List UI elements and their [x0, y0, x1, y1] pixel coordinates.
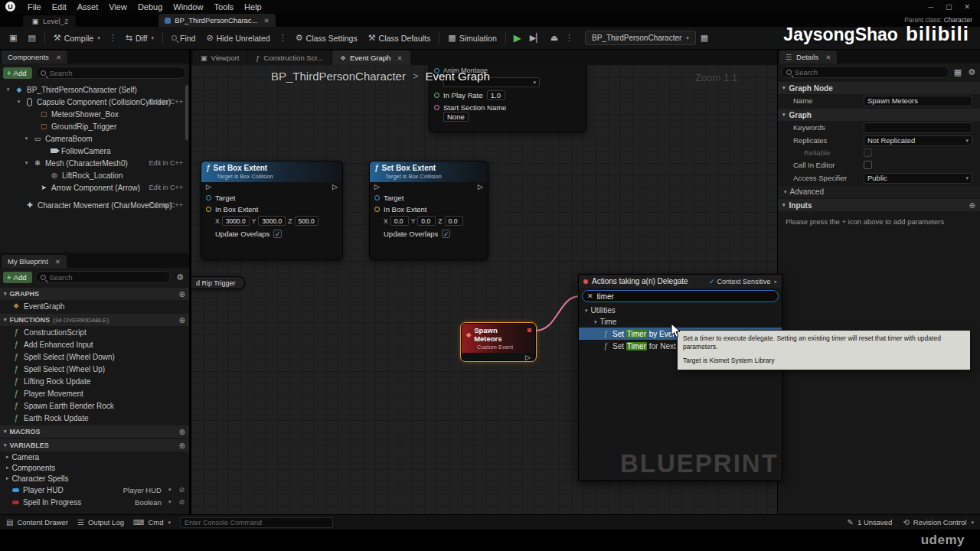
replicates-dropdown[interactable]: Not Replicated ▾ [864, 135, 972, 146]
graph-section-header[interactable]: ▾ Graph [778, 109, 980, 121]
tab-level[interactable]: ▣ Level_2 [23, 15, 76, 27]
component-row-meteorshower-box[interactable]: ▢ MeteorShower_Box [0, 108, 189, 120]
simulation-button[interactable]: ▦ Simulation [443, 31, 501, 45]
menu-file[interactable]: File [22, 0, 47, 13]
node-set-box-extent-1[interactable]: ƒ Set Box Extent Target is Box Collision… [201, 161, 343, 260]
node-set-box-extent-2[interactable]: ƒ Set Box Extent Target is Box Collision… [369, 161, 488, 260]
graphs-section-header[interactable]: ▾ GRAPHS ⊕ [0, 288, 189, 300]
menu-window[interactable]: Window [168, 0, 208, 13]
tab-blueprint-asset[interactable]: BP_ThirdPersonCharac... ✕ [158, 14, 275, 27]
details-search-input[interactable] [795, 68, 944, 77]
exec-out-pin[interactable]: ▷ [478, 184, 483, 191]
context-menu-search-input[interactable] [597, 292, 773, 301]
node-ground-rip-trigger-clipped[interactable]: d Rip Trigger [191, 276, 245, 289]
unreal-logo-icon[interactable]: U [5, 2, 15, 11]
variable-row-player-hud[interactable]: Player HUD Player HUD ▾ ⊘ [0, 484, 189, 496]
browse-icon[interactable]: ▤ [23, 31, 40, 45]
variable-row-spell-in-progress[interactable]: Spell In Progress Boolean ▾ ⊘ [0, 496, 189, 508]
frame-skip-button[interactable]: ▶▏ [527, 33, 546, 43]
exec-in-pin[interactable]: ▷ [206, 184, 211, 191]
z-field[interactable]: 0.0 [445, 216, 463, 226]
breadcrumb-current[interactable]: Event Graph [426, 70, 490, 83]
variable-category-components[interactable]: ▸ Components [0, 462, 189, 473]
tab-event-graph[interactable]: ❖ Event Graph ✕ [332, 51, 410, 65]
exec-in-pin[interactable]: ▷ [374, 184, 380, 191]
add-function-icon[interactable]: ⊕ [179, 316, 185, 324]
graph-row-eventgraph[interactable]: ❖ EventGraph [0, 300, 189, 312]
close-icon[interactable]: ✕ [959, 3, 975, 11]
function-row[interactable]: ƒPlayer Movement [0, 387, 189, 399]
update-overlaps-checkbox[interactable]: ✓ [273, 230, 282, 238]
class-defaults-button[interactable]: ⚒ Class Defaults [364, 31, 436, 45]
delegate-pin[interactable] [527, 328, 532, 333]
z-field[interactable]: 500.0 [295, 216, 318, 226]
scrollbar[interactable] [185, 85, 188, 140]
menu-debug[interactable]: Debug [132, 0, 168, 13]
component-row-groundrip-trigger[interactable]: ▢ GroundRip_Trigger [0, 120, 189, 132]
add-macro-icon[interactable]: ⊕ [179, 428, 185, 436]
function-row[interactable]: ƒSpell Select (Wheel Down) [0, 350, 189, 363]
keywords-input[interactable] [864, 122, 972, 133]
y-field[interactable]: 0.0 [417, 216, 436, 226]
play-rate-field[interactable]: 1.0 [487, 90, 505, 100]
class-settings-button[interactable]: ⚙ Class Settings [291, 31, 362, 45]
functions-section-header[interactable]: ▾ FUNCTIONS (34 OVERRIDABLE) ⊕ [0, 314, 189, 326]
component-row-followcamera[interactable]: FollowCamera [0, 145, 189, 157]
node-spawn-meteors[interactable]: ◆ Spawn Meteors Custom Event ▷ [461, 323, 536, 361]
save-icon[interactable]: ▣ [5, 31, 21, 45]
expander-icon[interactable]: ▾ [23, 160, 30, 166]
edit-in-cpp-link[interactable]: Edit in C++ [149, 184, 183, 191]
vector-pin[interactable] [206, 207, 211, 212]
menu-help[interactable]: Help [239, 0, 267, 13]
close-icon[interactable]: ✕ [397, 54, 402, 62]
hide-unrelated-button[interactable]: ⊘ Hide Unrelated [201, 31, 274, 45]
inputs-section-header[interactable]: ▾ Inputs ⊕ [778, 199, 980, 211]
browse-to-icon[interactable]: ▦ [697, 33, 711, 43]
details-search[interactable] [781, 66, 949, 78]
group-utilities[interactable]: ▾ Utilities [579, 305, 782, 316]
add-variable-icon[interactable]: ⊕ [179, 442, 185, 450]
menu-edit[interactable]: Edit [47, 0, 72, 13]
close-icon[interactable]: ✕ [825, 54, 831, 61]
edit-in-cpp-link[interactable]: Edit in C++ [149, 98, 183, 106]
exec-out-pin[interactable]: ▷ [332, 184, 338, 191]
debug-object-dropdown[interactable]: BP_ThirdPersonCharacter ▾ [585, 31, 696, 45]
target-pin[interactable] [206, 195, 211, 201]
console-command-input[interactable] [180, 517, 333, 528]
revision-control-button[interactable]: ⟲ Revision Control ▾ [903, 518, 974, 527]
start-section-pin[interactable] [434, 105, 439, 110]
add-input-icon[interactable]: ⊕ [969, 201, 975, 210]
play-button[interactable]: ▶ [510, 32, 525, 44]
add-graph-icon[interactable]: ⊕ [179, 290, 185, 298]
start-section-field[interactable]: None [443, 112, 469, 122]
function-row[interactable]: ƒConstructionScript [0, 326, 189, 338]
eye-closed-icon[interactable]: ⊘ [178, 486, 185, 494]
eye-closed-icon[interactable]: ⊘ [178, 498, 185, 506]
exec-out-pin[interactable]: ▷ [525, 354, 531, 361]
chevron-right-icon[interactable]: ▸ [774, 279, 777, 285]
menu-tools[interactable]: Tools [208, 0, 239, 13]
tab-close-icon[interactable]: ✕ [264, 17, 270, 24]
kebab-icon[interactable]: ⋮ [563, 33, 576, 43]
function-row[interactable]: ƒSpell Select (Wheel Up) [0, 363, 189, 375]
add-component-button[interactable]: + Add [3, 67, 32, 79]
add-blueprint-item-button[interactable]: + Add [3, 272, 32, 283]
edit-in-cpp-link[interactable]: Edit in C++ [149, 159, 183, 167]
update-overlaps-checkbox[interactable]: ✓ [442, 230, 450, 238]
component-row-mesh[interactable]: ▾ ✻ Mesh (CharacterMesh0) Edit in C++ [0, 157, 189, 169]
compile-button[interactable]: ⚒ Compile ▾ [49, 31, 105, 45]
content-drawer-button[interactable]: ▤ Content Drawer [6, 518, 68, 527]
components-search[interactable] [35, 67, 186, 79]
function-row[interactable]: ƒEarth Rock Update [0, 412, 189, 424]
gear-icon[interactable]: ⚙ [174, 272, 186, 282]
kebab-icon[interactable]: ⋮ [106, 33, 119, 43]
gear-icon[interactable]: ⚙ [966, 67, 977, 77]
details-panel-tab[interactable]: ☰ Details ✕ [779, 51, 837, 64]
x-field[interactable]: 0.0 [390, 216, 409, 226]
component-row-liftrock-location[interactable]: ◎ LiftRock_Location [0, 169, 189, 181]
expander-icon[interactable]: ▾ [15, 99, 22, 105]
graph-node-section-header[interactable]: ▾ Graph Node [778, 82, 980, 94]
unsaved-indicator[interactable]: ✎ 1 Unsaved [848, 518, 893, 527]
access-specifier-dropdown[interactable]: Public ▾ [864, 173, 972, 184]
y-field[interactable]: 3000.0 [258, 216, 286, 226]
